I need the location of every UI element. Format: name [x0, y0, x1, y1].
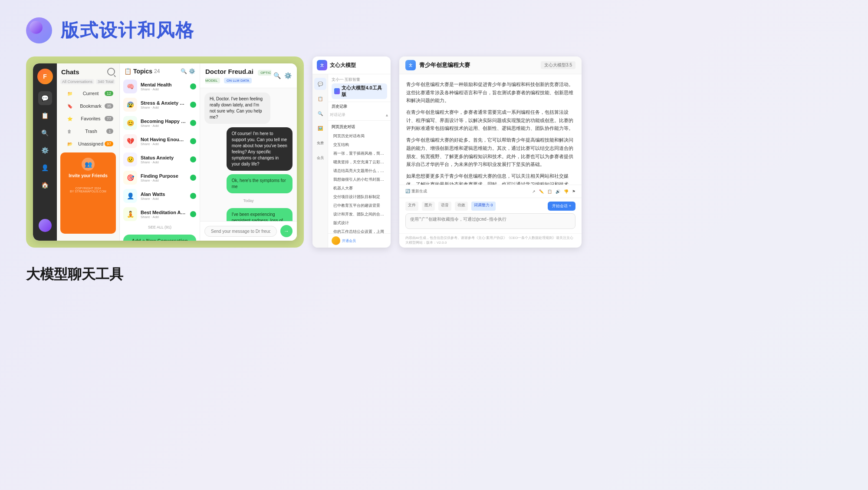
bp-audio-icon[interactable]: 🔊: [556, 189, 560, 194]
wx-hist-4[interactable]: 嗯美竖排，天空充满了云彩，超级: [330, 158, 389, 166]
trash-icon: 🗑: [63, 127, 76, 135]
bp-edit-icon[interactable]: ✏️: [539, 189, 544, 194]
trash-badge: 1: [106, 129, 113, 134]
bp-tool-adjust[interactable]: 词调整力 0: [471, 202, 496, 211]
sidebar-search-icon[interactable]: 🔍: [38, 126, 52, 140]
bp-header: 文 青少年创意编程大赛 文心大模型3.5: [399, 56, 582, 74]
topic-status-anxiety[interactable]: 😟 Status Anxiety Share · Add: [120, 150, 200, 169]
topic-info-purpose: Finding Purpose Share · Add: [141, 173, 187, 182]
bp-title-row: 文 青少年创意编程大赛: [405, 60, 470, 70]
wx-hist-10[interactable]: 设计和开发、团队之间的合作共识: [330, 210, 389, 219]
wx-hist-6[interactable]: 我想做很引人的小红书封面，设为: [330, 175, 389, 184]
bp-tool-image[interactable]: 图片: [422, 202, 435, 211]
topic-actions-meditation: Share · Add: [141, 215, 187, 219]
chat-item-favorites[interactable]: ⭐ Favorites 77: [59, 113, 118, 124]
topic-meditation[interactable]: 🧘 Best Meditation Apps Share · Add: [120, 205, 200, 223]
chat-search-icon[interactable]: 🔍: [273, 72, 281, 79]
sidebar-user-icon[interactable]: 👤: [38, 161, 52, 175]
sidebar-chat-icon[interactable]: 💬: [38, 91, 52, 105]
bp-actions: 🔄 重新生成 ↗ ✏️ 📋 🔊 👎 ⚑: [399, 185, 582, 198]
topic-info-status: Status Anxiety Share · Add: [141, 155, 187, 164]
wx-history-list: 阿页历史对话布局 交互结构 画一张，置于插画风格，简单可爱 嗯美竖排，天空充满了…: [328, 132, 391, 233]
topic-name-not-having: Not Having Enough...: [141, 137, 187, 142]
chat-item-bookmark[interactable]: 🔖 Bookmark 35: [59, 100, 118, 112]
bp-copy-icon[interactable]: 📋: [547, 189, 552, 194]
bp-action-icons: ↗ ✏️ 📋 🔊 👎 ⚑: [532, 189, 575, 194]
bp-dislike-icon[interactable]: 👎: [564, 189, 569, 194]
topic-icon-stress: 😰: [123, 98, 137, 112]
wx-hist-11[interactable]: 版式设计: [330, 219, 389, 227]
bp-title: 青少年创意编程大赛: [419, 61, 470, 69]
topics-title: Topics: [133, 68, 152, 75]
bp-para-3: 青少年创意编程大赛的好处多。首先，它可以帮助青少年提高编程技能和解决问题的能力、…: [406, 136, 575, 169]
wx-hist-7[interactable]: 机器人大赛: [330, 184, 389, 192]
wx-history-toggle[interactable]: ▲: [385, 113, 389, 117]
msg-3: Ok, here's the symptoms for me: [227, 174, 293, 193]
chat-item-trash[interactable]: 🗑 Trash 1: [59, 125, 118, 137]
wx-bottom: 开通会员: [328, 233, 391, 248]
add-conversation-button[interactable]: Add a New Conversation: [123, 235, 196, 241]
wx-history-nav: 对话记录 ▲: [328, 111, 391, 119]
bp-para-4: 如果您想要更多关于青少年创意编程大赛的信息，可以关注相关网站和社交媒体，了解比赛…: [406, 172, 575, 185]
wx-hist-12[interactable]: 你的工作总结公众设置，上周: [330, 228, 389, 233]
topic-not-having[interactable]: 💔 Not Having Enough... Share · Add: [120, 132, 200, 150]
topic-stress[interactable]: 😰 Stress & Anxiety Eve... Share · Add: [120, 96, 200, 114]
bp-regen-btn[interactable]: 🔄 重新生成: [405, 189, 427, 194]
chat-input[interactable]: [204, 226, 277, 237]
wx-model-row[interactable]: 文心大模型4.0工具版: [332, 83, 387, 99]
wx-nav-history[interactable]: 📋: [314, 93, 326, 105]
topic-icon-status: 😟: [123, 152, 137, 166]
wx-upgrade-btn[interactable]: 开通会员: [342, 238, 356, 243]
send-button[interactable]: →: [280, 225, 293, 237]
wx-recent-title: 阿页历史对话: [328, 122, 391, 132]
topic-status-mental: [190, 83, 196, 89]
current-icon: 📁: [63, 89, 77, 97]
see-all-label[interactable]: SEE ALL (91): [120, 223, 200, 231]
wx-hist-8[interactable]: 交付项目设计团队目标制定: [330, 193, 389, 201]
wx-hist-9[interactable]: 已中教育互平台的建设背景: [330, 202, 389, 210]
topic-name-meditation: Best Meditation Apps: [141, 210, 187, 215]
wx-nav-member[interactable]: 会员: [314, 152, 326, 164]
wx-hist-1[interactable]: 阿页历史对话布局: [330, 132, 389, 140]
bp-share-icon[interactable]: ↗: [532, 189, 536, 194]
wx-hist-5[interactable]: 请总结高亮大文题用什么，并给: [330, 167, 389, 175]
wx-hist-2[interactable]: 交互结构: [330, 141, 389, 149]
wx-nav-free[interactable]: 免费: [314, 137, 326, 149]
topic-info-meditation: Best Meditation Apps Share · Add: [141, 210, 187, 219]
msg-2: Of course! I'm here to support you. Can …: [227, 127, 293, 171]
wx-header: 文 文心大模型: [312, 56, 391, 74]
search-topics-icon[interactable]: 🔍: [181, 68, 187, 74]
chat-item-unassigned[interactable]: 📂 Unassigned 97: [59, 138, 118, 149]
topic-name-stress: Stress & Anxiety Eve...: [141, 100, 187, 106]
bp-tool-voice[interactable]: 语音: [438, 202, 451, 211]
wx-nav-search[interactable]: 🔍: [314, 107, 326, 119]
wx-nav-chat[interactable]: 💬: [314, 78, 326, 90]
filter-all[interactable]: All Conversations: [60, 79, 94, 84]
sidebar-topic-icon[interactable]: 📋: [38, 109, 52, 122]
topic-alan-watts[interactable]: 👤 Alan Watts Share · Add: [120, 187, 200, 205]
bp-report-icon[interactable]: ⚑: [572, 189, 575, 194]
bp-tool-effect[interactable]: 功效: [455, 202, 468, 211]
chat-settings-icon[interactable]: ⚙️: [284, 72, 292, 79]
sidebar-home-icon[interactable]: 🏠: [38, 178, 52, 192]
sidebar-settings-icon[interactable]: ⚙️: [38, 143, 52, 157]
bp-footer: 内容由AI生成，包含信息仅供参考。谢谢参考《文心·案用户协议》《CEO一条个人数…: [399, 233, 582, 248]
bp-start-conv-btn[interactable]: 开始会话 +: [548, 202, 575, 211]
chats-search-icon[interactable]: [107, 68, 115, 76]
topic-info-alan: Alan Watts Share · Add: [141, 192, 187, 201]
topic-mental-health[interactable]: 🧠 Mental Health Share · Add: [120, 77, 200, 96]
topic-becoming-hoppy[interactable]: 😊 Becoming Happy For... Share · Add: [120, 114, 200, 132]
topic-status-not-having: [190, 138, 196, 144]
settings-topics-icon[interactable]: ⚙️: [189, 68, 195, 74]
bp-tool-file[interactable]: 文件: [405, 202, 418, 211]
msg-4: I've been experiencing persistent sadnes…: [227, 208, 293, 221]
wx-hist-3[interactable]: 画一张，置于插画风格，简单可爱: [330, 149, 389, 158]
bp-input-box[interactable]: [405, 213, 575, 229]
unassigned-icon: 📂: [63, 140, 77, 147]
wx-nav-image[interactable]: 🖼️: [314, 122, 326, 134]
chat-item-current[interactable]: 📁 Current 12: [59, 87, 118, 99]
unassigned-label: Unassigned: [78, 141, 103, 146]
topic-finding-purpose[interactable]: 🎯 Finding Purpose Share · Add: [120, 169, 200, 187]
topic-info-hoppy: Becoming Happy For... Share · Add: [141, 119, 187, 128]
topic-name-alan: Alan Watts: [141, 192, 187, 197]
